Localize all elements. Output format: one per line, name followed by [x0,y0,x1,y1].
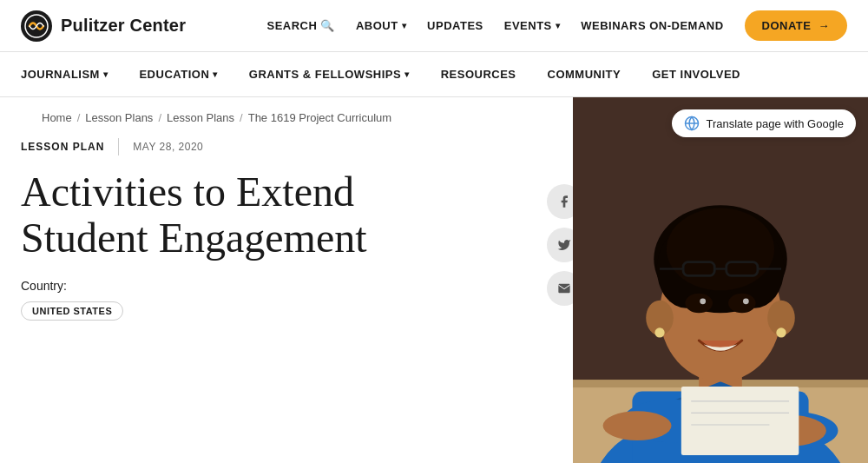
country-label: Country: [21,279,552,293]
nav-journalism[interactable]: JOURNALISM ▾ [21,52,123,97]
email-icon [557,281,571,295]
meta-divider [118,138,119,155]
chevron-down-icon: ▾ [402,21,407,30]
secondary-navigation: JOURNALISM ▾ EDUCATION ▾ GRANTS & FELLOW… [0,52,868,97]
article-type: LESSON PLAN [21,141,104,153]
chevron-down-icon-events: ▾ [556,21,561,30]
arrow-right-icon: → [819,19,831,32]
updates-link[interactable]: UPDATES [427,19,483,32]
events-link[interactable]: EVENTS ▾ [504,19,561,32]
svg-rect-30 [681,387,799,455]
nav-resources[interactable]: RESOURCES [425,52,532,97]
breadcrumb-lesson-plans-1[interactable]: Lesson Plans [85,111,153,124]
facebook-icon [557,195,571,208]
twitter-icon [557,238,571,252]
search-icon: 🔍 [320,19,335,32]
top-nav-links: SEARCH 🔍 ABOUT ▾ UPDATES EVENTS ▾ WEBINA… [266,10,847,41]
nav-community[interactable]: COMMUNITY [532,52,637,97]
globe-icon [684,116,700,131]
country-tag[interactable]: UNITED STATES [21,301,123,321]
translate-badge[interactable]: Translate page with Google [672,109,856,137]
donate-button[interactable]: DONATE → [745,10,847,41]
chevron-down-icon-grants: ▾ [404,69,410,79]
hero-image-area: Translate page with Google [573,97,868,463]
chevron-down-icon-education: ▾ [213,69,218,79]
person-illustration [573,97,868,463]
svg-point-19 [700,298,706,304]
article-date: MAY 28, 2020 [133,141,203,153]
nav-grants[interactable]: GRANTS & FELLOWSHIPS ▾ [233,52,425,97]
svg-point-29 [603,411,672,440]
breadcrumb-sep-1: / [77,111,81,124]
logo-icon [21,10,52,42]
logo[interactable]: Pulitzer Center [21,10,186,42]
article-content: Home / Lesson Plans / Lesson Plans / The… [0,97,573,463]
svg-point-16 [776,327,786,337]
chevron-down-icon-journalism: ▾ [103,69,108,79]
top-navigation: Pulitzer Center SEARCH 🔍 ABOUT ▾ UPDATES… [0,0,868,52]
article-title: Activities to Extend Student Engagement [21,169,552,261]
svg-point-12 [667,208,774,291]
breadcrumb-sep-2: / [158,111,161,124]
about-link[interactable]: ABOUT ▾ [356,19,406,32]
breadcrumb-current: The 1619 Project Curriculum [248,111,391,124]
search-link[interactable]: SEARCH 🔍 [266,19,334,32]
breadcrumb: Home / Lesson Plans / Lesson Plans / The… [21,97,552,138]
main-content: Home / Lesson Plans / Lesson Plans / The… [0,97,868,463]
webinars-link[interactable]: WEBINARS ON-DEMAND [581,19,723,32]
translate-label: Translate page with Google [706,117,844,130]
site-name: Pulitzer Center [61,16,186,36]
svg-point-17 [685,294,713,314]
breadcrumb-sep-3: / [240,111,243,124]
nav-education[interactable]: EDUCATION ▾ [123,52,233,97]
nav-get-involved[interactable]: GET INVOLVED [636,52,756,97]
article-meta: LESSON PLAN MAY 28, 2020 [21,138,552,155]
svg-point-15 [654,327,664,337]
breadcrumb-home[interactable]: Home [42,111,72,124]
svg-point-18 [728,294,756,314]
breadcrumb-lesson-plans-2[interactable]: Lesson Plans [167,111,234,124]
hero-image: Translate page with Google [573,97,868,463]
svg-point-20 [743,298,749,304]
